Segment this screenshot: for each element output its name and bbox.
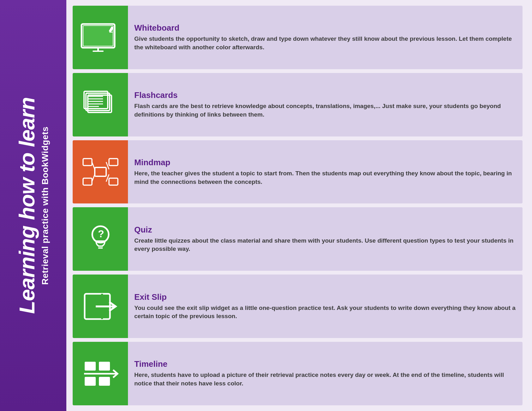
svg-rect-33 bbox=[85, 377, 96, 386]
svg-rect-32 bbox=[85, 362, 96, 371]
quiz-desc: Create little quizzes about the class ma… bbox=[134, 237, 516, 253]
widget-row-whiteboard: Whiteboard Give students the opportunity… bbox=[73, 6, 523, 69]
mindmap-icon-bg bbox=[73, 140, 128, 204]
mindmap-content: Mindmap Here, the teacher gives the stud… bbox=[128, 140, 523, 204]
flashcards-icon-bg bbox=[73, 73, 128, 136]
whiteboard-title: Whiteboard bbox=[134, 23, 516, 33]
sidebar-title: Learning how to learn bbox=[16, 97, 38, 314]
whiteboard-content: Whiteboard Give students the opportunity… bbox=[128, 6, 523, 69]
svg-rect-2 bbox=[97, 48, 99, 51]
svg-rect-35 bbox=[99, 377, 110, 386]
exitslip-content: Exit Slip You could see the exit slip wi… bbox=[128, 275, 523, 338]
sidebar-subtitle: Retrieval practice with BookWidgets bbox=[40, 126, 50, 285]
flashcards-desc: Flash cards are the best to retrieve kno… bbox=[134, 102, 516, 119]
exitslip-title: Exit Slip bbox=[134, 292, 516, 302]
svg-rect-1 bbox=[83, 26, 113, 46]
timeline-content: Timeline Here, students have to upload a… bbox=[128, 342, 523, 405]
svg-rect-18 bbox=[109, 178, 118, 185]
svg-rect-17 bbox=[109, 159, 118, 166]
widget-row-mindmap: Mindmap Here, the teacher gives the stud… bbox=[73, 140, 523, 204]
exitslip-icon bbox=[82, 291, 119, 322]
svg-rect-14 bbox=[95, 167, 106, 176]
flashcards-title: Flashcards bbox=[134, 90, 516, 100]
exitslip-icon-bg bbox=[73, 275, 128, 338]
sidebar-text-wrapper: Learning how to learn Retrieval practice… bbox=[16, 97, 50, 314]
exitslip-desc: You could see the exit slip widget as a … bbox=[134, 304, 516, 321]
timeline-title: Timeline bbox=[134, 359, 516, 369]
timeline-icon bbox=[82, 358, 119, 390]
svg-text:?: ? bbox=[98, 228, 104, 239]
main-content: Whiteboard Give students the opportunity… bbox=[66, 0, 532, 411]
whiteboard-desc: Give students the opportunity to sketch,… bbox=[134, 35, 516, 51]
svg-rect-16 bbox=[83, 178, 92, 185]
widget-row-flashcards: Flashcards Flash cards are the best to r… bbox=[73, 73, 523, 136]
whiteboard-icon bbox=[80, 21, 121, 53]
svg-rect-34 bbox=[99, 362, 110, 371]
mindmap-desc: Here, the teacher gives the student a to… bbox=[134, 169, 516, 186]
quiz-title: Quiz bbox=[134, 225, 516, 235]
flashcards-content: Flashcards Flash cards are the best to r… bbox=[128, 73, 523, 136]
widget-row-exitslip: Exit Slip You could see the exit slip wi… bbox=[73, 275, 523, 338]
svg-rect-15 bbox=[83, 159, 92, 166]
quiz-icon-bg: ? bbox=[73, 207, 128, 271]
mindmap-title: Mindmap bbox=[134, 158, 516, 167]
quiz-icon: ? bbox=[82, 223, 119, 255]
widget-row-quiz: ? Quiz Create little quizzes about the c… bbox=[73, 207, 523, 271]
widget-row-timeline: Timeline Here, students have to upload a… bbox=[73, 342, 523, 405]
svg-line-20 bbox=[92, 174, 95, 182]
svg-rect-3 bbox=[93, 51, 104, 52]
sidebar: Learning how to learn Retrieval practice… bbox=[0, 0, 66, 411]
flashcards-icon bbox=[82, 89, 119, 120]
whiteboard-icon-bg bbox=[73, 6, 128, 69]
quiz-content: Quiz Create little quizzes about the cla… bbox=[128, 207, 523, 271]
mindmap-icon bbox=[82, 156, 119, 188]
svg-line-19 bbox=[92, 162, 95, 169]
timeline-icon-bg bbox=[73, 342, 128, 405]
timeline-desc: Here, students have to upload a picture … bbox=[134, 371, 516, 388]
